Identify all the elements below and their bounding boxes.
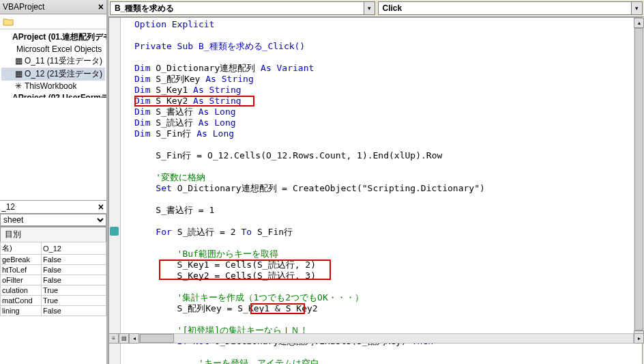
tree-node[interactable]: AProject (01.連想配列デモ (1, 31, 105, 44)
chevron-down-icon[interactable]: ▾ (631, 2, 642, 14)
project-close-icon[interactable]: × (98, 1, 104, 12)
tree-node[interactable]: ▦O_12 (21受注データ) (1, 68, 105, 81)
scroll-thumb[interactable] (634, 28, 643, 331)
object-combo[interactable]: B_種類を求める ▾ (110, 1, 375, 15)
scroll-up-icon[interactable]: ▴ (634, 18, 644, 28)
property-row[interactable]: matCondTrue (1, 296, 106, 306)
scroll-left-icon[interactable]: ◂ (129, 333, 139, 344)
combo-row: B_種類を求める ▾ Click ▾ (108, 0, 644, 17)
highlight-box (159, 260, 331, 280)
object-combo-label: B_種類を求める (111, 1, 364, 16)
project-tree[interactable]: AProject (01.連想配列デモMicrosoft Excel Objec… (0, 29, 106, 98)
code-text[interactable]: Option Explicit Private Sub B_種類を求める_Cli… (121, 18, 642, 364)
property-category: sheet (0, 214, 106, 227)
procedure-combo[interactable]: Click ▾ (378, 1, 643, 15)
properties-close-icon[interactable]: × (96, 201, 106, 212)
tree-node[interactable]: ▦O_11 (11受注データ) (1, 55, 105, 68)
property-row[interactable]: culationTrue (1, 285, 106, 296)
property-row[interactable]: htToLefFalse (1, 265, 106, 275)
property-row[interactable]: liningFalse (1, 306, 106, 316)
project-explorer-pane: VBAProject × AProject (01.連想配列デモMicrosof… (0, 0, 108, 364)
bookmark-icon[interactable] (110, 227, 119, 236)
project-title-text: VBAProject (3, 2, 44, 12)
chevron-down-icon[interactable]: ▾ (364, 2, 375, 14)
tree-node[interactable]: AProject (02.UserFormデ (1, 92, 105, 98)
property-row[interactable]: 名)O_12 (1, 242, 106, 255)
property-row[interactable]: oFilterFalse (1, 275, 106, 285)
folder-icon[interactable] (3, 17, 14, 27)
properties-table[interactable]: 名)O_12geBreakFalsehtToLefFalseoFilterFal… (0, 242, 106, 316)
property-row[interactable]: geBreakFalse (1, 255, 106, 265)
code-area[interactable]: Option Explicit Private Sub B_種類を求める_Cli… (108, 17, 643, 364)
scrollbar-vertical[interactable]: ▴ ▾ (634, 18, 644, 341)
tree-node[interactable]: Microsoft Excel Objects (1, 44, 105, 55)
code-pane: B_種類を求める ▾ Click ▾ Option Explicit Priva… (108, 0, 644, 364)
procedure-combo-label: Click (379, 2, 632, 14)
property-category-select[interactable]: sheet (0, 214, 106, 226)
property-object-name[interactable] (0, 201, 96, 213)
project-toolbar (0, 14, 106, 29)
property-object-row: × (0, 200, 106, 214)
procview-icon[interactable]: ▤ (119, 333, 129, 344)
splitter[interactable] (0, 98, 106, 200)
tree-node[interactable]: ✳ThisWorkbook (1, 81, 105, 92)
fullview-icon[interactable]: ≡ (108, 333, 119, 344)
scrollbar-horizontal[interactable]: ≡ ▤ ◂ ▸ (108, 333, 644, 344)
scroll-thumb-h[interactable] (140, 334, 174, 343)
highlight-box (250, 303, 305, 314)
property-tab[interactable]: 目別 (0, 227, 106, 242)
code-gutter (109, 18, 121, 364)
project-explorer-title: VBAProject × (0, 0, 106, 14)
scroll-right-icon[interactable]: ▸ (634, 333, 644, 344)
